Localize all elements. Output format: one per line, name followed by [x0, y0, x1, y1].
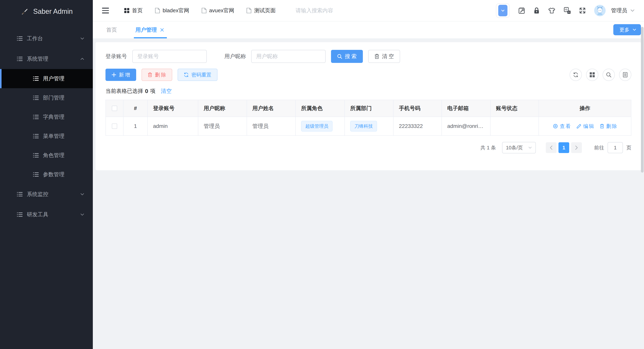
- sidebar-item-system-monitor[interactable]: 系统监控: [0, 184, 93, 204]
- search-button-label: 搜索: [345, 53, 358, 60]
- tab-label: 首页: [106, 26, 117, 34]
- prev-page-button[interactable]: [546, 142, 556, 153]
- goto-label: 前往: [594, 144, 604, 151]
- refresh-button[interactable]: [570, 69, 582, 81]
- trash-icon: [148, 72, 152, 77]
- clipboard-wrench-icon[interactable]: [518, 7, 525, 14]
- row-phone-cell: 22233322: [394, 117, 442, 136]
- delete-action[interactable]: 删除: [600, 123, 617, 130]
- row-nickname-cell: 管理员: [198, 117, 247, 136]
- username-label[interactable]: 管理员: [611, 7, 627, 14]
- edit-action[interactable]: 编辑: [576, 123, 594, 130]
- row-account-cell: admin: [148, 117, 198, 136]
- sidebar-item-workbench[interactable]: 工作台: [0, 28, 93, 49]
- add-button[interactable]: 新增: [106, 69, 136, 81]
- row-actions-cell: 查看 编辑 删除: [539, 117, 631, 136]
- add-button-label: 新增: [119, 72, 131, 78]
- topnav-home[interactable]: 首页: [124, 7, 143, 14]
- delete-action-label: 删除: [606, 123, 618, 130]
- svg-text:中: 中: [565, 8, 568, 11]
- view-action[interactable]: 查看: [553, 123, 570, 130]
- clear-button-label: 清空: [382, 53, 395, 60]
- page-size-value: 10条/页: [506, 144, 523, 151]
- sidebar-item-system-management[interactable]: 系统管理: [0, 49, 93, 69]
- tab-user-management[interactable]: 用户管理: [135, 22, 164, 38]
- account-filter-input[interactable]: [132, 50, 207, 63]
- tab-home[interactable]: 首页: [106, 22, 118, 38]
- main-area: 首页 bladex官网 avuex官网 测试页面: [93, 0, 644, 349]
- close-icon[interactable]: [160, 28, 164, 32]
- translate-icon[interactable]: 中A: [564, 7, 571, 14]
- list-icon: [33, 95, 39, 101]
- chevron-down-icon: [632, 28, 636, 32]
- header-account: 登录账号: [148, 100, 198, 116]
- clear-button[interactable]: 清空: [368, 50, 400, 63]
- header-actions: 操作: [539, 100, 631, 116]
- sidebar-item-label: 参数管理: [43, 171, 64, 178]
- header-dept: 所属部门: [345, 100, 394, 116]
- delete-button[interactable]: 删除: [142, 69, 172, 81]
- lock-icon[interactable]: [534, 7, 540, 14]
- trash-icon: [600, 124, 604, 129]
- toolbar-row: 新增 删除 密码重置: [106, 69, 631, 81]
- collapse-menu-button[interactable]: [102, 8, 109, 14]
- pager: 1: [546, 142, 582, 153]
- header-select-all: [106, 100, 124, 116]
- search-toggle-button[interactable]: [602, 69, 615, 81]
- chevron-down-icon: [498, 5, 508, 16]
- password-reset-button[interactable]: 密码重置: [178, 69, 218, 81]
- goto-page: 前往 页: [594, 142, 631, 153]
- more-button[interactable]: 更多: [613, 24, 641, 35]
- sidebar-nav: 工作台 系统管理 用户管理 部门管理 字典管理 菜单管: [0, 23, 93, 225]
- plus-icon: [112, 72, 116, 77]
- sword-icon: [20, 7, 29, 16]
- selection-suffix: 项: [150, 88, 156, 95]
- sidebar-item-label: 用户管理: [43, 75, 64, 82]
- column-settings-button[interactable]: [586, 69, 598, 81]
- nickname-filter-input[interactable]: [251, 50, 326, 63]
- avatar[interactable]: [594, 5, 606, 16]
- topnav-avuex-site[interactable]: avuex官网: [202, 7, 234, 14]
- list-icon: [33, 133, 39, 139]
- fullscreen-icon[interactable]: [579, 7, 586, 14]
- list-icon: [17, 36, 23, 42]
- role-tag[interactable]: 超级管理员: [301, 121, 332, 132]
- sidebar-item-role-management[interactable]: 角色管理: [0, 146, 93, 165]
- current-page-button[interactable]: 1: [558, 142, 569, 153]
- row-select-cell: [106, 117, 124, 136]
- chevron-down-icon[interactable]: [630, 8, 635, 13]
- top-panel-toggle-button[interactable]: [496, 3, 510, 18]
- chevron-down-icon: [80, 36, 84, 41]
- sidebar-item-user-management[interactable]: 用户管理: [0, 69, 93, 88]
- topnav-bladex-site[interactable]: bladex官网: [155, 7, 189, 14]
- page-suffix-label: 页: [626, 144, 631, 151]
- row-email-cell: admin@ronris...: [442, 117, 490, 136]
- sidebar-item-dev-tools[interactable]: 研发工具: [0, 204, 93, 225]
- global-search-input[interactable]: [295, 7, 372, 14]
- row-checkbox[interactable]: [112, 124, 117, 129]
- sidebar-item-label: 研发工具: [27, 211, 80, 218]
- sidebar-item-dict-management[interactable]: 字典管理: [0, 108, 93, 126]
- document-icon: [155, 8, 160, 14]
- select-all-checkbox[interactable]: [112, 106, 117, 111]
- list-icon: [33, 76, 39, 82]
- dept-tag[interactable]: 刀锋科技: [350, 121, 377, 132]
- next-page-button[interactable]: [571, 142, 582, 153]
- sidebar-item-param-management[interactable]: 参数管理: [0, 165, 93, 184]
- list-icon: [33, 114, 39, 120]
- search-button[interactable]: 搜索: [331, 50, 363, 63]
- document-icon: [246, 8, 252, 14]
- theme-shirt-icon[interactable]: [548, 8, 556, 14]
- page-size-select[interactable]: 10条/页: [502, 142, 536, 154]
- topnav-test-page[interactable]: 测试页面: [246, 7, 276, 14]
- sidebar-item-menu-management[interactable]: 菜单管理: [0, 126, 93, 146]
- selection-clear-link[interactable]: 清空: [161, 88, 172, 95]
- goto-page-input[interactable]: [608, 142, 623, 153]
- row-role-cell: 超级管理员: [296, 117, 345, 136]
- log-document-button[interactable]: [619, 69, 631, 81]
- tab-label: 用户管理: [136, 26, 157, 34]
- scrollbar-thumb[interactable]: [641, 27, 644, 172]
- sidebar-item-label: 工作台: [27, 35, 80, 42]
- sidebar-item-dept-management[interactable]: 部门管理: [0, 88, 93, 108]
- email-text: admin@ronris...: [447, 123, 485, 129]
